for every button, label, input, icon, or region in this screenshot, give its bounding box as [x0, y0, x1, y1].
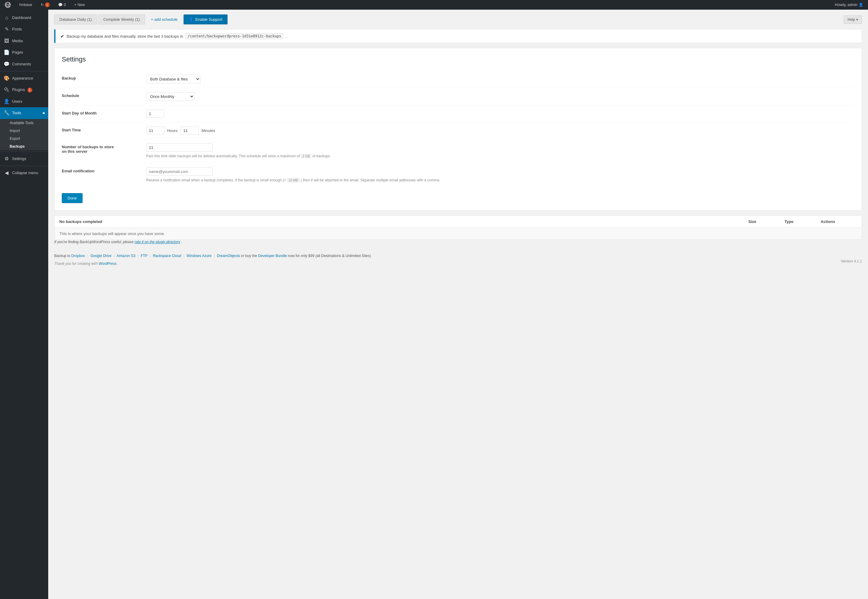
sidebar-item-tools[interactable]: 🔧 Tools ◀	[0, 107, 48, 119]
start-day-control	[146, 110, 854, 118]
support-icon: 👤	[189, 17, 193, 22]
settings-card: Settings Backup Both Database & files Da…	[54, 48, 862, 211]
sidebar: ⌂ Dashboard ✎ Posts 🖼 Media 📄 Pages 💬 Co…	[0, 10, 48, 599]
sidebar-item-appearance[interactable]: 🎨 Appearance	[0, 72, 48, 84]
posts-icon: ✎	[4, 26, 10, 33]
backup-label: Backup	[62, 75, 146, 80]
adminbar-updates[interactable]: ↻ 1	[39, 2, 51, 7]
minutes-label: Minutes	[202, 128, 215, 133]
sidebar-item-pages[interactable]: 📄 Pages	[0, 47, 48, 58]
email-control: Receive a notification email when a back…	[146, 167, 854, 183]
useful-notice: If you're finding BackUpWordPress useful…	[54, 240, 862, 244]
num-backups-input[interactable]	[146, 143, 212, 152]
checkmark-icon: ✔	[60, 33, 64, 39]
chevron-down-icon: ▾	[856, 18, 858, 22]
email-input[interactable]	[146, 167, 212, 176]
sidebar-item-users[interactable]: 👤 Users	[0, 96, 48, 107]
add-schedule-button[interactable]: + add schedule	[146, 15, 182, 24]
schedule-control: Once Monthly Once Weekly Once Daily Twic…	[146, 92, 854, 101]
num-backups-control: Past this limit older backups will be de…	[146, 143, 854, 159]
sidebar-item-posts[interactable]: ✎ Posts	[0, 24, 48, 35]
footer: Backup to Dropbox | Google Drive | Amazo…	[54, 249, 862, 271]
footer-version: Version 4.1.1	[841, 259, 862, 263]
comments-icon: 💬	[4, 61, 10, 68]
tools-submenu: Available Tools Import Export Backups	[0, 119, 48, 151]
footer-thanks: Thank you for creating with WordPress .	[54, 262, 118, 266]
main-content: Database Daily (1) Complete Weekly (1) +…	[48, 10, 868, 599]
google-drive-link[interactable]: Google Drive	[90, 254, 112, 258]
start-time-row: Start Time Hours Minutes	[62, 122, 854, 139]
enable-support-button[interactable]: 👤 Enable Support	[184, 15, 228, 24]
admin-bar: hmbase ↻ 1 💬 0 + New Howdy, admin 👤	[0, 0, 868, 10]
rackspace-link[interactable]: Rackspace Cloud	[153, 254, 181, 258]
num-backups-help: Past this limit older backups will be de…	[146, 154, 854, 159]
footer-links: Backup to Dropbox | Google Drive | Amazo…	[54, 254, 862, 258]
dashboard-icon: ⌂	[4, 15, 10, 21]
backup-control: Both Database & files Database only File…	[146, 75, 854, 83]
num-backups-label: Number of backups to storeon this server	[62, 143, 146, 154]
done-button[interactable]: Done	[62, 193, 83, 203]
start-day-input[interactable]	[146, 110, 164, 118]
schedule-select[interactable]: Once Monthly Once Weekly Once Daily Twic…	[146, 92, 194, 101]
email-label: Email notification	[62, 167, 146, 173]
email-row: Email notification Receive a notificatio…	[62, 163, 854, 187]
settings-icon: ⚙	[4, 155, 10, 162]
rate-plugin-link[interactable]: rate it on the plugin directory	[134, 240, 180, 244]
pages-icon: 📄	[4, 49, 10, 56]
backups-section: No backups completed Size Type Actions T…	[54, 215, 862, 240]
sidebar-item-settings[interactable]: ⚙ Settings	[0, 153, 48, 164]
dropbox-link[interactable]: Dropbox	[71, 254, 85, 258]
sidebar-item-comments[interactable]: 💬 Comments	[0, 59, 48, 70]
backup-select[interactable]: Both Database & files Database only File…	[146, 75, 200, 83]
hours-input[interactable]	[146, 126, 164, 135]
appearance-icon: 🎨	[4, 75, 10, 82]
sidebar-item-media[interactable]: 🖼 Media	[0, 35, 48, 47]
sidebar-divider-2	[0, 152, 48, 152]
tabs-bar: Database Daily (1) Complete Weekly (1) +…	[54, 15, 862, 24]
sidebar-item-export[interactable]: Export	[0, 135, 48, 143]
tab-database-daily[interactable]: Database Daily (1)	[54, 15, 97, 24]
sidebar-item-import[interactable]: Import	[0, 127, 48, 135]
backups-empty-message: This is where your backups will appear o…	[54, 228, 862, 239]
azure-link[interactable]: Windows Azure	[187, 254, 212, 258]
email-help: Receive a notification email when a back…	[146, 178, 854, 183]
sidebar-divider-1	[0, 71, 48, 71]
help-button[interactable]: Help ▾	[844, 15, 862, 24]
backup-row: Backup Both Database & files Database on…	[62, 71, 854, 88]
adminbar-new[interactable]: + New	[72, 3, 86, 7]
backups-col-actions: Actions	[821, 219, 857, 224]
minutes-input[interactable]	[181, 126, 199, 135]
email-size-badge: 10 MB	[287, 178, 300, 182]
sidebar-item-available-tools[interactable]: Available Tools	[0, 119, 48, 127]
tools-arrow: ◀	[42, 111, 45, 115]
collapse-icon: ◀	[4, 170, 10, 176]
dreamobjects-link[interactable]: DreamObjects	[217, 254, 240, 258]
sidebar-item-backups[interactable]: Backups	[0, 143, 48, 151]
start-time-label: Start Time	[62, 126, 146, 132]
backups-col-type: Type	[785, 219, 821, 224]
amazon-s3-link[interactable]: Amazon S3	[117, 254, 135, 258]
plugins-icon: 🔌	[4, 86, 10, 93]
num-backups-row: Number of backups to storeon this server…	[62, 139, 854, 163]
adminbar-howdy[interactable]: Howdy, admin 👤	[833, 3, 865, 7]
backups-col-name: No backups completed	[59, 219, 748, 224]
sidebar-item-dashboard[interactable]: ⌂ Dashboard	[0, 12, 48, 24]
users-icon: 👤	[4, 98, 10, 105]
backups-header: No backups completed Size Type Actions	[54, 216, 862, 228]
ftp-link[interactable]: FTP	[141, 254, 148, 258]
sidebar-item-plugins[interactable]: 🔌 Plugins 1	[0, 84, 48, 95]
collapse-menu-button[interactable]: ◀ Collapse menu	[0, 167, 48, 179]
developer-bundle-link[interactable]: Developer Bundle	[258, 254, 286, 258]
adminbar-site[interactable]: hmbase	[18, 3, 34, 7]
schedule-label: Schedule	[62, 92, 146, 98]
adminbar-logo[interactable]	[3, 2, 13, 8]
adminbar-comments[interactable]: 💬 0	[56, 3, 68, 7]
backups-col-size: Size	[748, 219, 785, 224]
start-day-label: Start Day of Month	[62, 110, 146, 115]
backup-path: /content/backupwordpress-1d31e8912c-back…	[185, 33, 283, 39]
tools-icon: 🔧	[4, 110, 10, 116]
wordpress-link[interactable]: WordPress	[99, 262, 116, 266]
start-day-row: Start Day of Month	[62, 105, 854, 122]
tab-complete-weekly[interactable]: Complete Weekly (1)	[98, 15, 145, 24]
media-icon: 🖼	[4, 38, 10, 44]
